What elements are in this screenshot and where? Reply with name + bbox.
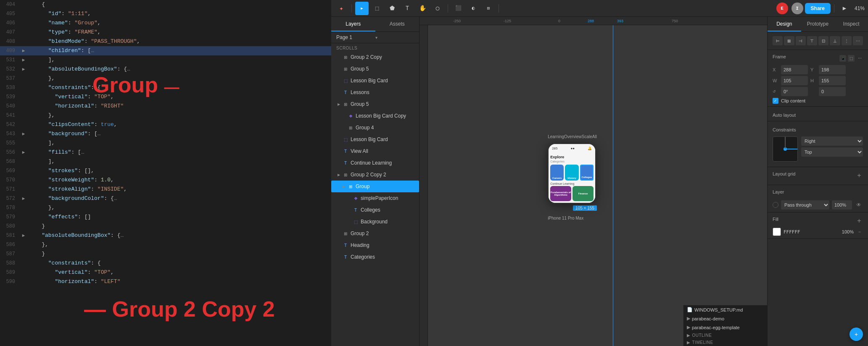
layer-item-layer-categories[interactable]: TCategories [331, 251, 419, 263]
timeline-label: TIMELINE [692, 340, 713, 345]
file-item-parabeac-demo[interactable]: ▶ parabeac-demo [683, 314, 767, 323]
y-input[interactable] [819, 65, 846, 74]
distribute-v-button[interactable]: ⋯ [853, 36, 863, 45]
canvas[interactable]: -250 -125 0 288 393 750 LearningOverview… [419, 17, 767, 346]
outline-section[interactable]: ▶ OUTLINE [683, 332, 767, 339]
visibility-toggle[interactable]: 👁 [855, 201, 863, 209]
contrast-icon[interactable]: ◐ [467, 2, 480, 15]
align-center-v-button[interactable]: ⊡ [818, 36, 828, 45]
play-button[interactable]: ▶ [838, 2, 851, 15]
blend-mode-select[interactable]: Pass through Normal Multiply Screen [781, 200, 829, 210]
code-line-407: 407 "type": "FRAME", [0, 28, 331, 37]
page-selector[interactable]: Page 1 ▾ [331, 32, 419, 43]
scrolls-label: SCROLLS [331, 43, 419, 51]
code-line-590: 590 "horizontal": "LEFT" [0, 277, 331, 286]
layer-item-layer-lessons[interactable]: TLessons [331, 86, 419, 98]
layer-item-layer-group5-2[interactable]: ▶⊞Group 5 [331, 98, 419, 110]
line-number-540: 540 [0, 102, 20, 111]
file-item-windows-setup[interactable]: 📄 WINDOWS_SETUP.md [683, 305, 767, 314]
constraint-v-select[interactable]: Top Bottom Center Scale [801, 147, 863, 157]
align-right-button[interactable]: ⊣ [796, 36, 806, 45]
folder-expand-icon: ▶ [687, 316, 690, 321]
xy-row: X Y [773, 65, 863, 74]
layer-item-layer-lesson-big-card-2[interactable]: ⬚Lesson Big Card [331, 134, 419, 145]
file-item-parabeac-egg[interactable]: ▶ parabeac-egg-template [683, 323, 767, 332]
x-input[interactable] [781, 65, 808, 74]
layer-item-layer-colleges[interactable]: TColleges [331, 204, 419, 216]
constraint-v-line [785, 137, 786, 149]
add-layout-grid-button[interactable]: + [855, 172, 863, 179]
tab-assets[interactable]: Assets [375, 17, 419, 31]
code-line-587: 587 } [0, 249, 331, 259]
layer-item-layer-group2copy2[interactable]: ▶⊞Group 2 Copy 2 [331, 169, 419, 181]
layer-type-icon: ⬚ [352, 218, 359, 225]
align-top-button[interactable]: ⊤ [807, 36, 817, 45]
hand-tool-button[interactable]: ✋ [416, 2, 429, 15]
distribute-h-button[interactable]: ⋮ [842, 36, 852, 45]
code-line-572: 572▶ "backgroundColor": {… [0, 194, 331, 203]
layer-item-layer-group[interactable]: ▶⊞Group [331, 181, 419, 192]
align-bottom-button[interactable]: ⊥ [830, 36, 840, 45]
text-tool-button[interactable]: T [401, 2, 414, 15]
code-line-589: 589 "vertical": "TOP", [0, 268, 331, 277]
layer-label: Heading [351, 242, 417, 248]
align-center-h-button[interactable]: ⊠ [784, 36, 794, 45]
canvas-content: LearningOverviewScaleAll 285 ●● 🔔 Explor… [428, 25, 767, 346]
code-line-579: 579 "effects": [] [0, 212, 331, 222]
tab-design[interactable]: Design [768, 17, 801, 31]
layer-item-layer-simple-paper-icon[interactable]: ❖simplePaperIcon [331, 192, 419, 204]
frame-phone-icon[interactable]: 📱 [839, 55, 846, 62]
add-fill-button[interactable]: + [855, 217, 863, 225]
frame-tablet-icon[interactable]: ⬚ [848, 55, 855, 62]
styles-icon[interactable]: ⬛ [451, 2, 465, 15]
layer-item-layer-group4[interactable]: ⊞Group 4 [331, 122, 419, 134]
h-input[interactable] [819, 76, 846, 85]
align-left-button[interactable]: ⊢ [773, 36, 783, 45]
layer-type-icon: ⊞ [347, 183, 354, 190]
opacity-input[interactable] [832, 200, 852, 210]
layer-label: Group 2 Copy [351, 54, 417, 60]
fill-row: FFFFFF 100% − [773, 228, 863, 236]
code-line-408: 408 "blendMode": "PASS_THROUGH", [0, 37, 331, 46]
comment-tool-button[interactable]: ◯ [431, 2, 444, 15]
layer-item-layer-view-all[interactable]: TView All [331, 145, 419, 157]
layer-item-layer-heading[interactable]: THeading [331, 239, 419, 251]
frame-more-icon[interactable]: ⋯ [856, 55, 863, 62]
layer-item-layer-continue-learning[interactable]: TContinue Learning [331, 157, 419, 169]
shape-tool-button[interactable]: ⬟ [385, 2, 399, 15]
rotation-input[interactable] [781, 87, 808, 96]
layer-item-layer-group5-1[interactable]: ⊞Group 5 [331, 63, 419, 75]
frame-tool-button[interactable]: ⬚ [370, 2, 384, 15]
action-button[interactable]: + [850, 328, 863, 341]
w-input[interactable] [781, 76, 808, 85]
phone-icons: ●● [570, 147, 575, 150]
figma-logo-icon[interactable]: ✦ [335, 2, 348, 15]
code-line-555: 555 ], [0, 139, 331, 148]
remove-fill-button[interactable]: − [856, 228, 863, 235]
move-tool-button[interactable]: ▸ [355, 2, 369, 15]
auto-layout-section: Auto layout [768, 107, 868, 121]
layer-label: simplePaperIcon [361, 195, 417, 201]
share-button[interactable]: Share [805, 3, 831, 14]
tab-prototype[interactable]: Prototype [801, 17, 835, 31]
layer-item-layer-group2copy[interactable]: ⊞Group 2 Copy [331, 51, 419, 63]
code-line-531: 531▶ ], [0, 55, 331, 65]
fill-swatch[interactable] [773, 228, 781, 236]
clip-content-checkbox[interactable]: ✓ [773, 98, 778, 104]
tab-inspect[interactable]: Inspect [834, 17, 868, 31]
corner-input[interactable] [819, 87, 846, 96]
layout-grid-section: Layout grid + [768, 167, 868, 185]
layer-item-layer-lesson-big-card-copy[interactable]: ❖Lesson Big Card Copy [331, 110, 419, 122]
constraint-h-select[interactable]: Right Left Center Scale [801, 136, 863, 146]
layout-grid-header: Layout grid + [773, 171, 863, 180]
selection-size-label: 105 × 155 [573, 205, 597, 211]
layer-type-icon: ⊞ [342, 171, 349, 178]
grid-icon[interactable]: ⊞ [482, 2, 495, 15]
timeline-section[interactable]: ▶ TIMELINE [683, 339, 767, 346]
code-line-569: 569 "strokes": [], [0, 166, 331, 176]
layer-item-layer-group2[interactable]: ⊞Group 2 [331, 228, 419, 239]
layer-item-layer-lesson-big-card[interactable]: ⬚Lesson Big Card [331, 75, 419, 86]
layer-item-layer-background[interactable]: ⬚Background [331, 216, 419, 228]
tab-layers[interactable]: Layers [331, 17, 375, 31]
code-line-406: 406 "name": "Group", [0, 18, 331, 28]
